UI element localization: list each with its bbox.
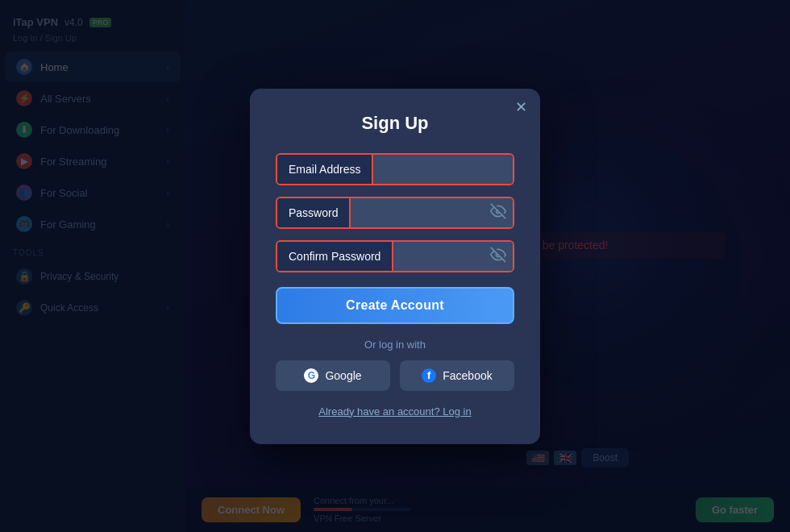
- modal-close-button[interactable]: ✕: [515, 100, 527, 114]
- google-icon: G: [304, 368, 318, 383]
- password-label: Password: [277, 198, 351, 227]
- modal-overlay: ✕ Sign Up Email Address Password: [0, 0, 790, 532]
- social-buttons-row: G Google f Facebook: [276, 360, 514, 391]
- login-link[interactable]: Already have an account? Log in: [318, 405, 471, 418]
- google-label: Google: [325, 369, 361, 382]
- email-input-wrapper: Email Address: [276, 153, 514, 185]
- password-field-container: Password: [276, 197, 514, 229]
- create-account-button[interactable]: Create Account: [276, 287, 514, 324]
- facebook-label: Facebook: [443, 369, 492, 382]
- confirm-password-input-wrapper: Confirm Password: [276, 240, 514, 272]
- confirm-password-field-container: Confirm Password: [276, 240, 514, 272]
- modal-title: Sign Up: [276, 113, 514, 134]
- email-field-container: Email Address: [276, 153, 514, 185]
- signup-modal: ✕ Sign Up Email Address Password: [250, 89, 540, 444]
- confirm-password-toggle-icon[interactable]: [490, 247, 506, 266]
- email-label: Email Address: [277, 155, 373, 184]
- login-link-container: Already have an account? Log in: [276, 404, 514, 418]
- email-input[interactable]: [373, 155, 514, 184]
- password-toggle-icon[interactable]: [490, 203, 506, 222]
- password-input-wrapper: Password: [276, 197, 514, 229]
- password-input[interactable]: [351, 198, 513, 227]
- facebook-icon: f: [422, 368, 436, 383]
- confirm-password-label: Confirm Password: [277, 242, 393, 271]
- facebook-signin-button[interactable]: f Facebook: [400, 360, 514, 391]
- google-signin-button[interactable]: G Google: [276, 360, 390, 391]
- or-login-text: Or log in with: [276, 339, 514, 351]
